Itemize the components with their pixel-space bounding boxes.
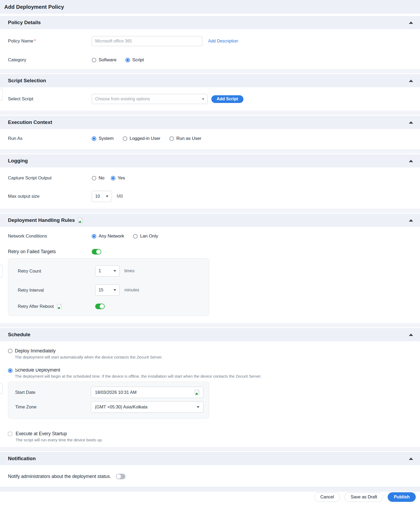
schedule-deployment-option: Schedule Deployment The deployment will … [0, 368, 420, 378]
radio-icon[interactable] [169, 136, 174, 141]
section-title: Script Selection [8, 78, 46, 84]
section-notification: Notify administrators about the deployme… [0, 465, 420, 487]
category-label: Category [8, 57, 92, 63]
start-date-label: Start Date [15, 390, 91, 395]
run-as-option-system[interactable]: System [92, 136, 114, 141]
run-as-option-run-as-user[interactable]: Run as User [169, 136, 201, 141]
radio-icon[interactable] [8, 349, 12, 353]
max-output-dropdown[interactable]: 10 [92, 191, 112, 202]
section-header-deployment-handling[interactable]: Deployment Handling Rules [0, 214, 420, 227]
capture-output-label: Capture Script Output [8, 175, 92, 181]
time-zone-label: Time Zone [15, 404, 91, 410]
schedule-deployment-description: The deployment will begin at the schedul… [15, 374, 420, 378]
max-output-label: Max output size [8, 194, 92, 199]
notify-admins-label: Notify administrators about the deployme… [8, 474, 111, 479]
caret-down-icon [113, 270, 116, 272]
category-row: Category Software Script [0, 57, 420, 63]
retry-settings-panel: Retry Count 1 times Retry Interval 15 mi… [8, 258, 209, 316]
collapse-icon[interactable] [409, 334, 413, 336]
capture-option-no[interactable]: No [92, 175, 104, 181]
broken-image-icon [78, 218, 83, 223]
radio-icon[interactable] [8, 368, 12, 373]
execute-at-startup-description: The script will run every time the devic… [16, 438, 420, 442]
section-header-policy-details[interactable]: Policy Details [0, 16, 420, 29]
cancel-button[interactable]: Cancel [314, 492, 340, 502]
retry-count-label: Retry Count [18, 269, 95, 274]
schedule-deployment-label[interactable]: Schedule Deployment [15, 369, 60, 373]
footer-bar: Cancel Save as Draft Publish [0, 492, 420, 502]
date-picker-icon[interactable] [195, 390, 199, 395]
network-option-lan-only[interactable]: Lan Only [133, 234, 158, 239]
radio-icon[interactable] [133, 234, 138, 239]
retry-count-unit: times [124, 269, 134, 273]
page-title: Add Deployment Policy [4, 4, 64, 10]
time-zone-row: Time Zone (GMT +05:30) Asia/Kolkata [8, 401, 209, 413]
section-header-script-selection[interactable]: Script Selection [0, 74, 420, 87]
caret-down-icon [202, 98, 204, 100]
network-conditions-row: Network Conditions Any Network Lan Only [0, 234, 420, 239]
category-option-script[interactable]: Script [125, 57, 144, 63]
network-option-any[interactable]: Any Network [92, 234, 124, 239]
caret-down-icon [113, 289, 116, 291]
select-script-dropdown[interactable]: Choose from existing options [92, 94, 208, 104]
section-script-selection: Select Script Choose from existing optio… [0, 87, 420, 111]
section-header-logging[interactable]: Logging [0, 154, 420, 167]
run-as-option-logged-in-user[interactable]: Logged-in User [123, 136, 160, 141]
section-header-schedule[interactable]: Schedule [0, 328, 420, 341]
section-title: Schedule [8, 332, 30, 338]
collapse-icon[interactable] [409, 21, 413, 24]
retry-after-reboot-label: Retry After Reboot [18, 304, 95, 309]
add-description-link[interactable]: Add Description [208, 39, 238, 44]
retry-count-dropdown[interactable]: 1 [95, 265, 120, 277]
policy-name-row: Policy Name* Add Description [0, 36, 420, 46]
left-edge-tab[interactable] [0, 88, 3, 100]
radio-icon[interactable] [92, 176, 96, 180]
retry-after-reboot-toggle[interactable] [95, 304, 105, 309]
schedule-settings-panel: Start Date 18/03/2026 10:31 AM Time Zone… [8, 382, 209, 419]
section-execution-context: Run As System Logged-in User Run as User [0, 129, 420, 149]
save-as-draft-button[interactable]: Save as Draft [344, 492, 383, 502]
radio-icon[interactable] [92, 234, 96, 239]
execute-at-startup-label[interactable]: Execute at Every Startup [16, 431, 67, 437]
capture-output-row: Capture Script Output No Yes [0, 175, 420, 181]
add-script-button[interactable]: Add Script [211, 95, 243, 103]
time-zone-dropdown[interactable]: (GMT +05:30) Asia/Kolkata [91, 401, 203, 413]
collapse-icon[interactable] [409, 121, 413, 124]
section-deployment-handling: Network Conditions Any Network Lan Only … [0, 227, 420, 323]
notify-admins-row: Notify administrators about the deployme… [0, 474, 420, 479]
retry-interval-dropdown[interactable]: 15 [95, 284, 120, 296]
footer-divider [0, 487, 420, 492]
collapse-icon[interactable] [409, 160, 413, 162]
caret-down-icon [197, 406, 199, 408]
publish-button[interactable]: Publish [388, 492, 416, 502]
collapse-icon[interactable] [409, 219, 413, 222]
notify-admins-toggle[interactable] [116, 474, 125, 479]
policy-name-input[interactable] [92, 36, 202, 46]
capture-option-yes[interactable]: Yes [111, 175, 125, 181]
section-logging: Capture Script Output No Yes Max output … [0, 167, 420, 209]
section-title: Policy Details [8, 20, 41, 25]
radio-icon[interactable] [111, 176, 115, 180]
retry-on-failed-toggle[interactable] [92, 249, 101, 254]
run-as-label: Run As [8, 136, 92, 141]
section-divider [0, 209, 420, 214]
broken-image-icon [57, 304, 62, 309]
section-divider [0, 111, 420, 116]
execute-at-startup-checkbox[interactable] [8, 432, 12, 436]
left-edge-tab[interactable] [0, 264, 3, 278]
section-header-notification[interactable]: Notification [0, 452, 420, 465]
left-edge-tab[interactable] [0, 383, 3, 394]
deploy-immediately-label[interactable]: Deploy Immediately [15, 348, 56, 354]
start-date-input[interactable]: 18/03/2026 10:31 AM [91, 387, 203, 398]
category-option-software[interactable]: Software [92, 57, 116, 63]
collapse-icon[interactable] [409, 80, 413, 82]
section-header-execution-context[interactable]: Execution Context [0, 116, 420, 129]
radio-icon[interactable] [125, 58, 130, 62]
radio-icon[interactable] [92, 136, 96, 141]
collapse-icon[interactable] [409, 458, 413, 460]
section-title: Logging [8, 158, 28, 164]
radio-icon[interactable] [123, 136, 127, 141]
radio-icon[interactable] [92, 58, 96, 62]
network-conditions-label: Network Conditions [8, 234, 92, 239]
execute-at-startup-option: Execute at Every Startup The script will… [0, 431, 420, 442]
